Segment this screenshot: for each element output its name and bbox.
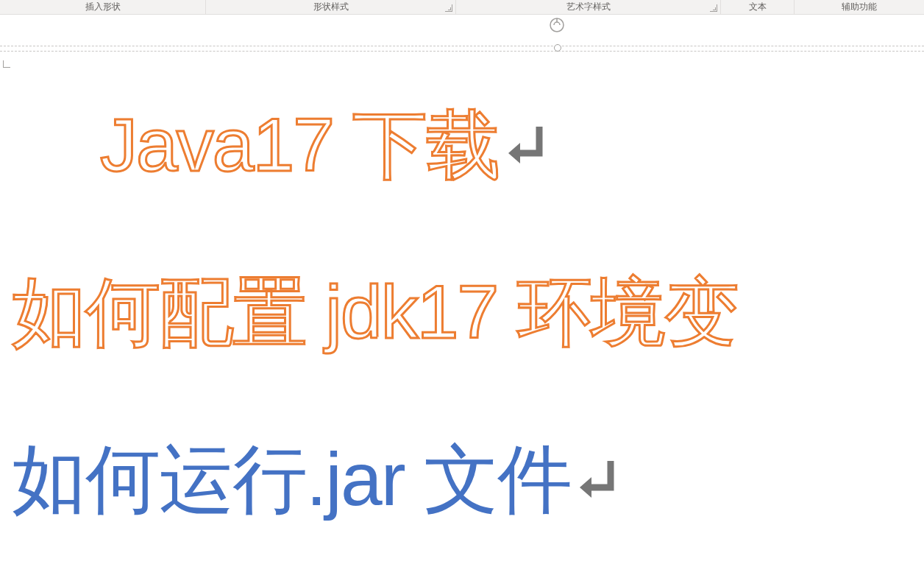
dialog-launcher-icon[interactable] — [445, 4, 452, 12]
ribbon-group-insert-shapes[interactable]: 插入形状 — [0, 0, 206, 14]
ribbon-label-wordart-styles: 艺术字样式 — [566, 1, 611, 13]
ribbon-label-text: 文本 — [749, 1, 767, 13]
ribbon-group-text[interactable]: 文本 — [721, 0, 795, 14]
document-canvas[interactable]: Java17 下载 如何配置 jdk17 环境变 如何运行.jar 文件 — [0, 66, 924, 531]
ribbon-label-insert-shapes: 插入形状 — [85, 1, 121, 13]
text-3[interactable]: 如何运行.jar 文件 — [12, 430, 571, 531]
ribbon-label-shape-styles: 形状样式 — [313, 1, 349, 13]
anchor-handle-icon[interactable] — [552, 43, 561, 52]
text-line-3[interactable]: 如何运行.jar 文件 — [12, 430, 924, 531]
ribbon-group-accessibility[interactable]: 辅助功能 — [795, 0, 924, 14]
paragraph-mark-icon — [502, 118, 550, 175]
ribbon-group-shape-styles[interactable]: 形状样式 — [206, 0, 456, 14]
paragraph-mark-icon — [574, 452, 621, 510]
ribbon-groups-row: 插入形状 形状样式 艺术字样式 文本 辅助功能 — [0, 0, 924, 15]
ruler — [0, 46, 924, 52]
wordart-text-2[interactable]: 如何配置 jdk17 环境变 — [12, 263, 738, 364]
text-line-2[interactable]: 如何配置 jdk17 环境变 — [12, 263, 924, 364]
text-line-1[interactable]: Java17 下载 — [100, 96, 924, 197]
ribbon-group-wordart-styles[interactable]: 艺术字样式 — [456, 0, 721, 14]
wordart-text-1[interactable]: Java17 下载 — [100, 96, 500, 197]
layout-options-icon[interactable] — [548, 16, 566, 34]
ribbon-label-accessibility: 辅助功能 — [842, 1, 877, 13]
dialog-launcher-icon[interactable] — [710, 4, 717, 12]
